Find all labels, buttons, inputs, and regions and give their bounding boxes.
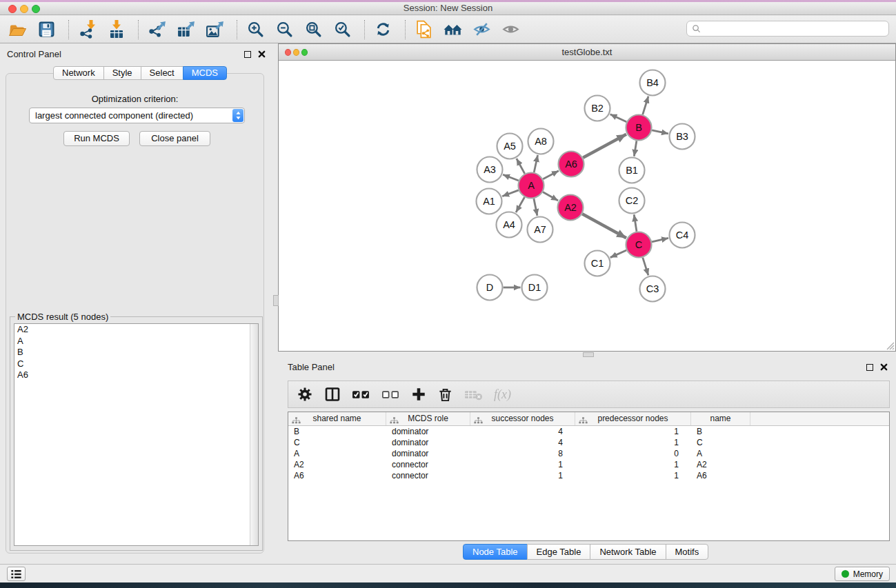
table-cell[interactable]: A2 bbox=[288, 459, 386, 470]
table-cell[interactable]: connector bbox=[386, 459, 470, 470]
table-cell[interactable]: 1 bbox=[575, 426, 691, 437]
tab-select[interactable]: Select bbox=[141, 66, 183, 80]
tab-style[interactable]: Style bbox=[103, 66, 141, 80]
graph-edge-C-C4[interactable] bbox=[652, 238, 668, 241]
criterion-dropdown[interactable]: largest connected component (directed) bbox=[29, 108, 245, 123]
column-header-predecessor-nodes[interactable]: predecessor nodes bbox=[575, 412, 691, 425]
graph-edge-B-B3[interactable] bbox=[652, 130, 668, 134]
table-cell[interactable]: C bbox=[691, 437, 750, 448]
delete-icon[interactable] bbox=[437, 385, 453, 403]
graph-edge-A-A6[interactable] bbox=[543, 171, 559, 179]
refresh-icon[interactable] bbox=[372, 19, 394, 40]
graph-edge-B-B1[interactable] bbox=[634, 141, 637, 156]
window-resize-grip[interactable] bbox=[885, 341, 895, 350]
table-cell[interactable]: 1 bbox=[575, 470, 691, 481]
columns-icon[interactable] bbox=[324, 385, 341, 403]
graph-edge-C-C1[interactable] bbox=[610, 250, 627, 258]
graph-edge-C-C3[interactable] bbox=[643, 258, 648, 276]
split-divider-handle-vertical[interactable] bbox=[273, 295, 279, 306]
table-row[interactable]: A2connector11A2 bbox=[288, 459, 889, 470]
table-cell[interactable]: 1 bbox=[470, 459, 575, 470]
save-icon[interactable] bbox=[36, 19, 57, 40]
tab-network-table[interactable]: Network Table bbox=[590, 544, 666, 560]
zoom-in-icon[interactable] bbox=[245, 19, 266, 40]
close-panel-icon[interactable] bbox=[258, 50, 266, 58]
eye-icon[interactable] bbox=[500, 19, 521, 40]
run-mcds-button[interactable]: Run MCDS bbox=[63, 131, 130, 146]
network-zoom-button[interactable] bbox=[301, 49, 308, 56]
column-header-successor-nodes[interactable]: successor nodes bbox=[470, 412, 575, 425]
table-row[interactable]: Bdominator41B bbox=[288, 426, 889, 437]
float-panel-icon[interactable] bbox=[244, 51, 251, 58]
column-header-name[interactable]: name bbox=[691, 412, 750, 425]
graph-edge-A-A3[interactable] bbox=[503, 174, 519, 181]
column-header-mcds-role[interactable]: MCDS role bbox=[386, 412, 470, 425]
table-cell[interactable]: dominator bbox=[386, 426, 470, 437]
graph-node-B2[interactable]: B2 bbox=[585, 96, 610, 121]
graph-node-A5[interactable]: A5 bbox=[497, 134, 523, 159]
add-icon[interactable] bbox=[411, 385, 426, 403]
network-minimize-button[interactable] bbox=[293, 49, 299, 56]
task-history-button[interactable] bbox=[7, 567, 26, 581]
graph-edge-A-A4[interactable] bbox=[516, 197, 525, 212]
search-input[interactable] bbox=[704, 23, 884, 34]
tab-motifs[interactable]: Motifs bbox=[666, 544, 709, 560]
deselect-all-checkboxes-icon[interactable] bbox=[381, 385, 400, 403]
export-network-icon[interactable] bbox=[146, 19, 168, 40]
graph-node-A3[interactable]: A3 bbox=[477, 157, 503, 183]
graph-node-B4[interactable]: B4 bbox=[640, 70, 666, 96]
table-cell[interactable]: dominator bbox=[386, 448, 470, 459]
table-cell[interactable]: A6 bbox=[288, 470, 386, 481]
graph-node-A1[interactable]: A1 bbox=[477, 189, 502, 214]
table-cell[interactable]: A bbox=[691, 448, 750, 459]
table-cell[interactable]: 0 bbox=[575, 448, 691, 459]
duplicate-network-icon[interactable] bbox=[413, 19, 435, 40]
graph-node-A4[interactable]: A4 bbox=[497, 212, 522, 238]
table-cell[interactable]: C bbox=[288, 437, 386, 448]
graph-edge-A2-C[interactable] bbox=[582, 214, 626, 238]
graph-node-D1[interactable]: D1 bbox=[522, 275, 548, 301]
import-network-icon[interactable] bbox=[77, 19, 98, 40]
result-item[interactable]: B bbox=[14, 347, 258, 358]
graph-node-D[interactable]: D bbox=[477, 275, 503, 301]
import-table-icon[interactable] bbox=[106, 19, 127, 40]
zoom-fit-icon[interactable] bbox=[303, 19, 324, 40]
zoom-selected-icon[interactable] bbox=[332, 19, 353, 40]
export-table-icon[interactable] bbox=[175, 19, 197, 40]
graph-edge-A-A2[interactable] bbox=[543, 192, 558, 201]
table-cell[interactable]: A2 bbox=[691, 459, 750, 470]
graph-node-C[interactable]: C bbox=[626, 232, 652, 258]
table-row[interactable]: Adominator80A bbox=[288, 448, 889, 459]
graph-node-B3[interactable]: B3 bbox=[670, 124, 695, 150]
eye-slash-icon[interactable] bbox=[471, 19, 492, 40]
column-header-shared-name[interactable]: shared name bbox=[288, 412, 386, 425]
float-panel-icon[interactable] bbox=[866, 364, 873, 371]
graph-edge-B-B2[interactable] bbox=[610, 114, 627, 122]
open-folder-icon[interactable] bbox=[7, 19, 28, 40]
graph-edge-A6-B[interactable] bbox=[583, 134, 626, 158]
graph-edge-C-C2[interactable] bbox=[634, 214, 637, 231]
memory-button[interactable]: Memory bbox=[835, 567, 890, 581]
close-panel-icon[interactable] bbox=[880, 363, 888, 371]
result-item[interactable]: A6 bbox=[14, 369, 258, 381]
network-graph[interactable]: B4B2BB3A8A5A6A3B1AA1C2A2A4A7C4CC1DD1C3 bbox=[279, 61, 895, 350]
table-cell[interactable]: dominator bbox=[386, 437, 470, 448]
zoom-window-button[interactable] bbox=[32, 5, 40, 13]
zoom-out-icon[interactable] bbox=[274, 19, 295, 40]
table-cell[interactable]: A6 bbox=[691, 470, 750, 481]
table-cell[interactable]: connector bbox=[386, 470, 470, 481]
result-item[interactable]: A2 bbox=[14, 324, 258, 336]
graph-node-A7[interactable]: A7 bbox=[528, 217, 553, 243]
network-close-button[interactable] bbox=[285, 49, 291, 56]
graph-node-A8[interactable]: A8 bbox=[528, 129, 554, 154]
graph-node-C4[interactable]: C4 bbox=[670, 223, 695, 248]
result-item[interactable]: A bbox=[14, 336, 258, 347]
search-box[interactable] bbox=[686, 21, 889, 37]
mcds-result-list[interactable]: A2ABCA6 bbox=[14, 323, 259, 546]
graph-edge-A-A5[interactable] bbox=[517, 159, 525, 174]
graph-node-B1[interactable]: B1 bbox=[619, 158, 645, 183]
export-image-icon[interactable] bbox=[204, 19, 226, 40]
result-scrollbar[interactable] bbox=[250, 324, 258, 545]
close-window-button[interactable] bbox=[8, 5, 17, 13]
graph-edge-B-B4[interactable] bbox=[643, 97, 648, 115]
